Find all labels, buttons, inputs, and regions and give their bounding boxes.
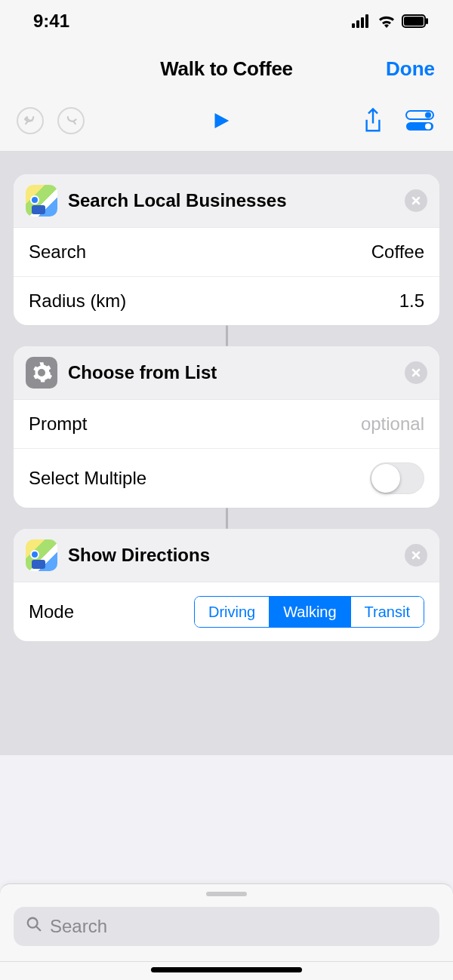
param-label: Search — [29, 241, 86, 263]
param-row-mode: Mode Driving Walking Transit — [14, 582, 439, 641]
remove-action-button[interactable] — [405, 361, 427, 384]
remove-action-button[interactable] — [405, 544, 427, 567]
svg-point-8 — [425, 112, 431, 118]
param-row-prompt[interactable]: Prompt optional — [14, 399, 439, 448]
svg-rect-5 — [404, 17, 424, 26]
action-card-show-directions[interactable]: Show Directions Mode Driving Walking Tra… — [14, 529, 439, 641]
connector — [14, 508, 439, 529]
status-time: 9:41 — [33, 11, 69, 32]
search-placeholder: Search — [50, 916, 107, 937]
svg-rect-2 — [361, 17, 364, 28]
maps-icon — [26, 185, 57, 217]
action-card-choose-from-list[interactable]: Choose from List Prompt optional Select … — [14, 346, 439, 508]
page-title: Walk to Coffee — [160, 57, 292, 81]
action-title: Search Local Businesses — [68, 190, 394, 211]
svg-rect-1 — [356, 20, 359, 28]
action-header: Show Directions — [14, 529, 439, 582]
status-indicators — [352, 14, 429, 28]
mode-option-transit[interactable]: Transit — [350, 597, 424, 627]
done-button[interactable]: Done — [386, 57, 435, 81]
svg-rect-3 — [365, 14, 368, 28]
connector — [14, 325, 439, 346]
param-value: Coffee — [371, 241, 424, 263]
mode-option-walking[interactable]: Walking — [269, 597, 350, 627]
param-label: Radius (km) — [29, 290, 126, 312]
action-title: Choose from List — [68, 362, 394, 383]
undo-button[interactable] — [17, 107, 44, 134]
param-row-search[interactable]: Search Coffee — [14, 227, 439, 276]
action-drawer[interactable]: Search — [0, 883, 453, 980]
redo-button[interactable] — [57, 107, 85, 134]
svg-rect-6 — [426, 18, 428, 24]
svg-line-12 — [36, 926, 41, 931]
settings-toggle-button[interactable] — [403, 104, 436, 137]
remove-action-button[interactable] — [405, 189, 427, 212]
svg-point-10 — [425, 123, 431, 129]
param-placeholder: optional — [361, 413, 424, 435]
maps-icon — [26, 539, 57, 571]
param-row-radius[interactable]: Radius (km) 1.5 — [14, 276, 439, 325]
param-label: Prompt — [29, 413, 87, 435]
action-search-field[interactable]: Search — [14, 907, 439, 946]
param-row-select-multiple: Select Multiple — [14, 448, 439, 508]
wifi-icon — [378, 14, 396, 28]
param-value: 1.5 — [399, 290, 424, 312]
workflow-canvas: Search Local Businesses Search Coffee Ra… — [0, 152, 453, 755]
action-header: Search Local Businesses — [14, 174, 439, 227]
home-indicator[interactable] — [151, 967, 302, 972]
play-button[interactable] — [204, 104, 237, 137]
gear-icon — [26, 357, 57, 389]
drawer-grabber[interactable] — [206, 892, 247, 896]
action-title: Show Directions — [68, 545, 394, 566]
param-label: Select Multiple — [29, 468, 146, 489]
svg-rect-0 — [352, 23, 355, 28]
search-icon — [26, 916, 42, 937]
battery-icon — [402, 14, 429, 28]
action-card-search-local-businesses[interactable]: Search Local Businesses Search Coffee Ra… — [14, 174, 439, 325]
nav-bar: Walk to Coffee Done — [0, 41, 453, 96]
mode-option-driving[interactable]: Driving — [195, 597, 269, 627]
toolbar — [0, 96, 453, 152]
drawer-divider — [0, 961, 453, 962]
select-multiple-toggle[interactable] — [370, 462, 424, 494]
share-button[interactable] — [356, 104, 390, 137]
status-bar: 9:41 — [0, 0, 453, 41]
cellular-icon — [352, 14, 371, 28]
mode-segmented-control: Driving Walking Transit — [194, 596, 424, 628]
param-label: Mode — [29, 601, 74, 622]
action-header: Choose from List — [14, 346, 439, 399]
